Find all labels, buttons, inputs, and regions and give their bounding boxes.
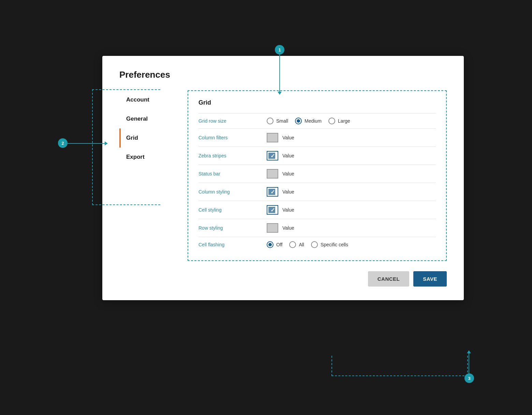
panel-title: Grid bbox=[198, 99, 436, 106]
setting-control-cell-styling: ✓ Value bbox=[267, 205, 436, 215]
setting-row-column-filters: Column filters Value bbox=[198, 128, 436, 147]
annotation-arrow-2 bbox=[68, 143, 105, 144]
checkbox-value-label-cell-styling: Value bbox=[282, 207, 294, 213]
dialog-footer: CANCEL SAVE bbox=[119, 271, 447, 287]
radio-label-all: All bbox=[299, 242, 304, 247]
radio-circle-small bbox=[267, 118, 274, 124]
radio-option-all[interactable]: All bbox=[289, 241, 304, 248]
radio-circle-specific bbox=[311, 241, 318, 248]
checkbox-row-styling[interactable] bbox=[267, 223, 278, 233]
annotation-marker-2: 2 bbox=[58, 138, 68, 148]
setting-control-row-styling: Value bbox=[267, 223, 436, 233]
radio-circle-off bbox=[267, 241, 274, 248]
cancel-button[interactable]: CANCEL bbox=[368, 271, 410, 287]
checkmark-zebra-stripes: ✓ bbox=[270, 153, 275, 159]
radio-option-off[interactable]: Off bbox=[267, 241, 282, 248]
radio-option-specific[interactable]: Specific cells bbox=[311, 241, 348, 248]
checkbox-cell-styling[interactable]: ✓ bbox=[267, 205, 278, 215]
annotation-arrow-3 bbox=[469, 353, 469, 373]
preferences-dialog: Preferences AccountGeneralGridExport Gri… bbox=[102, 56, 464, 300]
checkbox-column-filters[interactable] bbox=[267, 133, 278, 142]
setting-label-grid-row-size: Grid row size bbox=[198, 118, 267, 124]
checkbox-wrapper-column-filters: Value bbox=[267, 133, 294, 142]
setting-control-grid-row-size: Small Medium Large bbox=[267, 118, 436, 124]
setting-control-column-styling: ✓ Value bbox=[267, 187, 436, 197]
grid-panel: Grid Grid row size Small Medium bbox=[188, 90, 447, 261]
sidebar-nav: AccountGeneralGridExport bbox=[119, 90, 188, 261]
setting-label-zebra-stripes: Zebra stripes bbox=[198, 153, 267, 158]
radio-label-off: Off bbox=[276, 242, 282, 247]
checkbox-value-label-zebra-stripes: Value bbox=[282, 153, 294, 158]
save-button[interactable]: SAVE bbox=[413, 271, 447, 287]
sidebar-item-grid[interactable]: Grid bbox=[119, 128, 181, 148]
setting-row-row-styling: Row styling Value bbox=[198, 219, 436, 237]
radio-label-specific: Specific cells bbox=[321, 242, 348, 247]
setting-row-zebra-stripes: Zebra stripes ✓ Value bbox=[198, 147, 436, 165]
radio-circle-large bbox=[328, 118, 335, 124]
setting-row-column-styling: Column styling ✓ Value bbox=[198, 183, 436, 201]
setting-row-cell-styling: Cell styling ✓ Value bbox=[198, 201, 436, 219]
radio-circle-all bbox=[289, 241, 296, 248]
setting-label-row-styling: Row styling bbox=[198, 225, 267, 231]
setting-row-grid-row-size: Grid row size Small Medium bbox=[198, 113, 436, 128]
radio-label-small: Small bbox=[276, 118, 288, 124]
setting-control-status-bar: Value bbox=[267, 169, 436, 179]
checkbox-wrapper-status-bar: Value bbox=[267, 169, 294, 179]
checkbox-value-label-status-bar: Value bbox=[282, 171, 294, 176]
dialog-body: AccountGeneralGridExport Grid Grid row s… bbox=[119, 90, 447, 261]
radio-label-large: Large bbox=[338, 118, 350, 124]
checkmark-cell-styling: ✓ bbox=[270, 207, 275, 213]
sidebar-item-general[interactable]: General bbox=[119, 109, 181, 128]
checkbox-column-styling[interactable]: ✓ bbox=[267, 187, 278, 197]
checkbox-wrapper-column-styling: ✓ Value bbox=[267, 187, 294, 197]
checkbox-status-bar[interactable] bbox=[267, 169, 278, 179]
checkbox-value-label-row-styling: Value bbox=[282, 225, 294, 231]
radio-option-medium[interactable]: Medium bbox=[295, 118, 322, 124]
setting-label-status-bar: Status bar bbox=[198, 171, 267, 176]
setting-label-cell-flashing: Cell flashing bbox=[198, 242, 267, 247]
checkbox-value-label-column-styling: Value bbox=[282, 189, 294, 195]
sidebar-item-export[interactable]: Export bbox=[119, 148, 181, 167]
dialog-title: Preferences bbox=[119, 70, 447, 80]
checkbox-wrapper-zebra-stripes: ✓ Value bbox=[267, 151, 294, 160]
setting-label-column-styling: Column styling bbox=[198, 189, 267, 195]
setting-row-status-bar: Status bar Value bbox=[198, 165, 436, 183]
annotation-arrow-1 bbox=[279, 55, 280, 92]
annotation-marker-1: 1 bbox=[275, 45, 284, 55]
setting-control-cell-flashing: Off All Specific cells bbox=[267, 241, 436, 248]
setting-label-cell-styling: Cell styling bbox=[198, 207, 267, 213]
radio-option-large[interactable]: Large bbox=[328, 118, 350, 124]
checkbox-zebra-stripes[interactable]: ✓ bbox=[267, 151, 278, 160]
sidebar-item-account[interactable]: Account bbox=[119, 90, 181, 109]
radio-circle-medium bbox=[295, 118, 302, 124]
checkbox-wrapper-row-styling: Value bbox=[267, 223, 294, 233]
radio-option-small[interactable]: Small bbox=[267, 118, 288, 124]
annotation-dashed-box-br bbox=[331, 356, 468, 376]
setting-row-cell-flashing: Cell flashing Off All bbox=[198, 237, 436, 252]
checkmark-column-styling: ✓ bbox=[270, 189, 275, 195]
setting-control-column-filters: Value bbox=[267, 133, 436, 142]
radio-group-cell-flashing: Off All Specific cells bbox=[267, 241, 348, 248]
checkbox-wrapper-cell-styling: ✓ Value bbox=[267, 205, 294, 215]
setting-control-zebra-stripes: ✓ Value bbox=[267, 151, 436, 160]
radio-label-medium: Medium bbox=[305, 118, 322, 124]
setting-label-column-filters: Column filters bbox=[198, 135, 267, 140]
checkbox-value-label-column-filters: Value bbox=[282, 135, 294, 140]
radio-group-row-size: Small Medium Large bbox=[267, 118, 350, 124]
annotation-marker-3: 3 bbox=[464, 373, 474, 383]
